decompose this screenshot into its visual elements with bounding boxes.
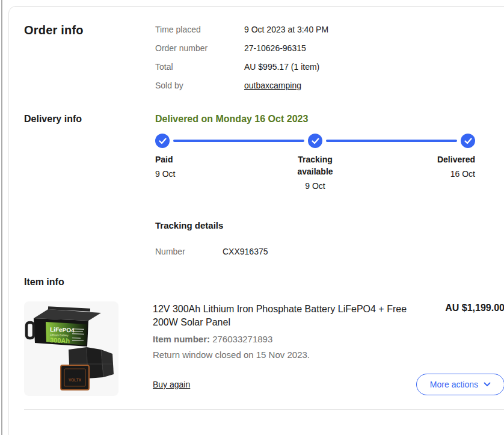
timeline-segment (173, 140, 304, 142)
order-row-order-number: Order number 27-10626-96315 (155, 42, 504, 54)
time-placed-value: 9 Oct 2023 at 3:40 PM (244, 23, 328, 35)
step-label: Tracking available (290, 153, 340, 177)
order-number-label: Order number (155, 42, 244, 54)
order-number-value: 27-10626-96315 (244, 42, 306, 54)
step-label: Paid (155, 153, 175, 165)
tracking-number-label: Number (155, 245, 223, 258)
timeline-check-tracking (308, 134, 322, 148)
product-photo-illustration: LiFePO4 Lithium Battery 300Ah (24, 301, 118, 396)
battery-brand-text: LiFePO4 (50, 326, 75, 333)
return-window-text: Return window closed on 15 Nov 2023. (153, 349, 504, 361)
delivery-status-heading: Delivered on Monday 16 Oct 2023 (155, 113, 475, 126)
item-info-title: Item info (24, 276, 504, 289)
timeline-step-delivered: Delivered 16 Oct (437, 153, 475, 180)
more-actions-label: More actions (430, 380, 478, 389)
window-edge-line (1, 0, 2, 435)
timeline-segment (326, 140, 457, 142)
check-icon (464, 138, 472, 144)
sold-by-label: Sold by (155, 79, 244, 91)
total-value: AU $995.17 (1 item) (244, 61, 319, 73)
step-date: 16 Oct (437, 168, 475, 180)
item-price: AU $1,199.00 (445, 303, 504, 313)
tracking-details-title: Tracking details (155, 220, 475, 232)
delivery-info-title: Delivery info (24, 113, 155, 126)
battery-handle (26, 322, 34, 338)
section-divider (24, 409, 504, 410)
timeline-labels: Paid 9 Oct Tracking available 9 Oct Deli… (155, 153, 475, 196)
item-number-label: Item number: (153, 334, 210, 344)
carry-bag: VOLTX (61, 365, 89, 390)
order-info-section: Order info Time placed 9 Oct 2023 at 3:4… (24, 23, 504, 91)
check-icon (159, 138, 167, 144)
step-label: Delivered (437, 153, 475, 165)
order-row-time-placed: Time placed 9 Oct 2023 at 3:40 PM (155, 23, 504, 35)
total-label: Total (155, 61, 244, 73)
bag-brand-text: VOLTX (69, 378, 82, 382)
timeline-step-paid: Paid 9 Oct (155, 153, 175, 180)
tracking-number-value: CXX916375 (223, 245, 268, 258)
item-number-row: Item number: 276033271893 (153, 333, 504, 345)
time-placed-label: Time placed (155, 23, 244, 35)
order-details-card: Order info Time placed 9 Oct 2023 at 3:4… (8, 6, 504, 435)
item-number-value: 276033271893 (212, 334, 272, 344)
battery-capacity-text: 300Ah (50, 336, 70, 344)
buy-again-link[interactable]: Buy again (153, 380, 190, 389)
more-actions-button[interactable]: More actions (416, 374, 504, 395)
chevron-down-icon (484, 382, 491, 387)
item-actions-row: Buy again More actions (153, 374, 504, 395)
delivery-info-section: Delivery info Delivered on Monday 16 Oct… (24, 113, 504, 258)
order-row-sold-by: Sold by outbaxcamping (155, 79, 504, 91)
order-row-total: Total AU $995.17 (1 item) (155, 61, 504, 73)
timeline-check-delivered (461, 134, 475, 148)
item-image[interactable]: LiFePO4 Lithium Battery 300Ah (24, 301, 118, 396)
seller-link[interactable]: outbaxcamping (244, 79, 301, 91)
check-icon (312, 138, 319, 144)
timeline-step-tracking-available: Tracking available 9 Oct (290, 153, 340, 192)
item-info-section: Item info (24, 276, 504, 396)
order-info-title: Order info (24, 23, 155, 37)
delivery-timeline (155, 134, 475, 148)
timeline-check-paid (155, 134, 170, 148)
item-title: 12V 300Ah Lithium Iron Phosphate Battery… (153, 303, 445, 329)
item-row: LiFePO4 Lithium Battery 300Ah (24, 301, 504, 396)
step-date: 9 Oct (155, 168, 175, 180)
tracking-number-row: Number CXX916375 (155, 245, 475, 258)
step-date: 9 Oct (290, 180, 340, 192)
